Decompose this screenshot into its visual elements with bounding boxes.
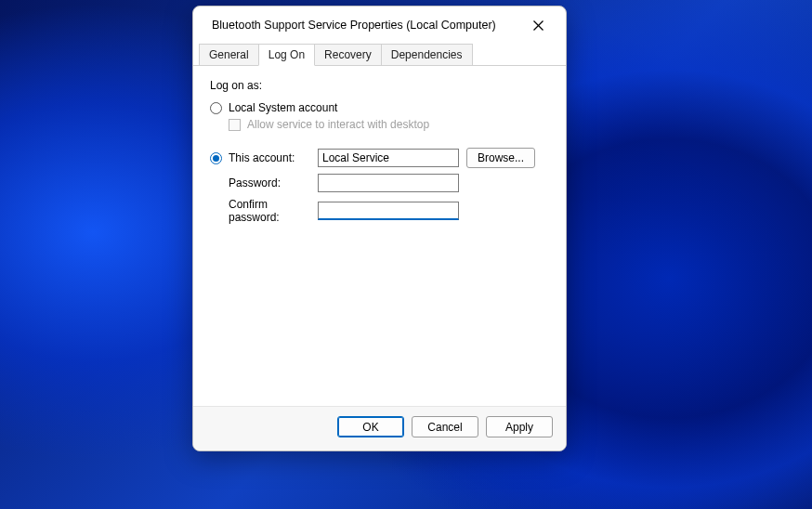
tab-panel-log-on: Log on as: Local System account Allow se… xyxy=(193,66,566,406)
option-allow-interact: Allow service to interact with desktop xyxy=(229,118,549,131)
tab-log-on[interactable]: Log On xyxy=(258,44,315,66)
browse-button[interactable]: Browse... xyxy=(466,148,535,168)
allow-interact-label: Allow service to interact with desktop xyxy=(247,118,429,131)
local-system-label: Local System account xyxy=(229,101,337,114)
password-input[interactable] xyxy=(318,174,459,192)
log-on-as-label: Log on as: xyxy=(210,79,549,92)
apply-button[interactable]: Apply xyxy=(486,416,553,437)
password-label: Password: xyxy=(210,176,318,189)
service-properties-dialog: Bluetooth Support Service Properties (Lo… xyxy=(192,6,567,451)
radio-local-system[interactable] xyxy=(210,102,222,114)
tab-strip: General Log On Recovery Dependencies xyxy=(193,44,566,66)
titlebar: Bluetooth Support Service Properties (Lo… xyxy=(193,7,566,44)
account-input[interactable] xyxy=(318,149,459,167)
dialog-title: Bluetooth Support Service Properties (Lo… xyxy=(212,19,517,32)
dialog-footer: OK Cancel Apply xyxy=(193,406,566,450)
close-icon xyxy=(533,20,544,31)
ok-button[interactable]: OK xyxy=(337,416,404,437)
option-local-system[interactable]: Local System account xyxy=(210,101,549,114)
option-this-account[interactable]: This account: Browse... xyxy=(210,148,549,168)
tab-dependencies[interactable]: Dependencies xyxy=(381,44,473,66)
this-account-label: This account: xyxy=(229,151,318,164)
checkbox-allow-interact xyxy=(229,119,241,131)
tab-recovery[interactable]: Recovery xyxy=(314,44,382,66)
confirm-password-input[interactable] xyxy=(318,202,459,220)
cancel-button[interactable]: Cancel xyxy=(412,416,478,437)
radio-this-account[interactable] xyxy=(210,152,222,164)
close-button[interactable] xyxy=(517,11,558,39)
confirm-password-label: Confirm password: xyxy=(210,198,318,224)
tab-general[interactable]: General xyxy=(199,44,259,66)
